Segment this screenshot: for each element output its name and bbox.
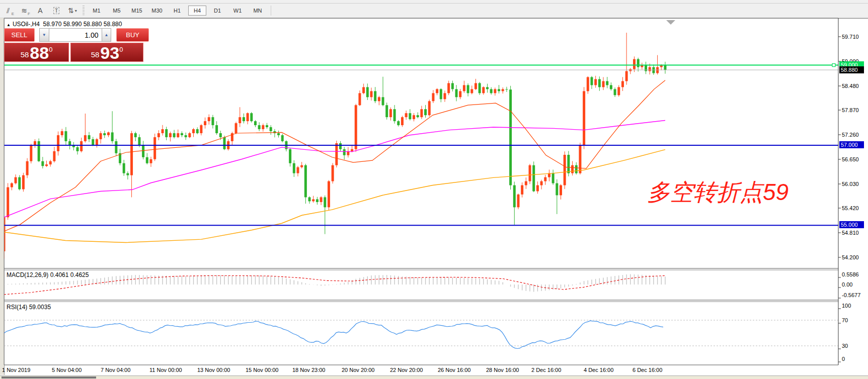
time-axis-label: 13 Nov 00:00 (197, 367, 230, 373)
time-axis-label: 11 Nov 00:00 (149, 367, 182, 373)
price-axis-tick: 58.480 (842, 83, 859, 89)
buy-button[interactable]: BUY (116, 28, 149, 42)
mt4-window: ⫽E≋FAT⇅▾ M1M5M15M30H1H4D1W1MN ▲USOil-,H4… (0, 0, 868, 379)
time-axis-label: 15 Nov 00:00 (246, 367, 278, 373)
one-click-trade-panel: SELL ▼ ▲ BUY 58 88 0 58 93 0 (4, 28, 149, 62)
rsi-axis-tick: 0 (842, 356, 845, 362)
chart-annotation-text: 多空转折点59 (647, 177, 788, 208)
macd-axis-tick: 0.00 (842, 281, 852, 288)
price-line-tag-57.000: 57.000 (839, 141, 864, 148)
price-axis-tick: 57.260 (842, 132, 859, 138)
chart-shift-marker-icon[interactable] (666, 20, 675, 25)
volume-input[interactable] (49, 28, 102, 42)
price-axis-tick: 54.200 (842, 254, 859, 260)
collapse-arrow-icon[interactable]: ▲ (7, 23, 11, 27)
time-axis-label: 2 Dec 16:00 (531, 367, 561, 373)
time-axis-label: 22 Nov 20:00 (390, 367, 423, 373)
sell-price-prefix: 58 (21, 50, 29, 59)
symbol-label: USOil-,H4 (13, 21, 40, 28)
sell-price-big: 88 (30, 45, 49, 60)
macd-axis-tick: 0.5586 (842, 271, 859, 277)
price-axis-tick: 54.810 (842, 230, 859, 236)
time-axis-label: 28 Nov 16:00 (486, 367, 519, 373)
time-axis-label: 5 Nov 04:00 (52, 367, 82, 373)
buy-price-prefix: 58 (91, 50, 100, 59)
price-axis-tick: 59.710 (842, 34, 859, 40)
rsi-indicator-label: RSI(14) 59.0035 (7, 304, 51, 311)
sell-price-display[interactable]: 58 88 0 (4, 43, 69, 62)
rsi-axis-tick: 30 (842, 343, 848, 349)
price-axis-tick: 56.650 (842, 156, 859, 162)
price-axis-tick: 56.030 (842, 181, 859, 187)
time-axis-label: 4 Dec 16:00 (584, 367, 613, 373)
green-line-handle[interactable] (832, 64, 835, 67)
rsi-axis-tick: 70 (842, 317, 848, 323)
sell-price-sup: 0 (49, 46, 52, 53)
chart-ohlc-header: ▲USOil-,H4 58.970 58.990 58.880 58.880 (7, 21, 122, 28)
price-line-tag-58.880: 58.880 (839, 66, 864, 73)
volume-increase-button[interactable]: ▲ (102, 28, 112, 42)
price-axis-tick: 55.420 (842, 205, 859, 211)
macd-indicator-label: MACD(12,26,9) 0.4061 0.4625 (7, 271, 89, 278)
ohlc-values: 58.970 58.990 58.880 58.880 (43, 21, 122, 28)
sell-button[interactable]: SELL (4, 28, 35, 42)
buy-price-big: 93 (100, 45, 119, 60)
time-axis-label: 7 Nov 04:00 (101, 367, 130, 373)
buy-price-sup: 0 (119, 46, 123, 53)
price-axis-tick: 57.870 (842, 107, 859, 113)
time-axis-label: 26 Nov 16:00 (438, 367, 470, 373)
time-axis-label: 6 Dec 16:00 (633, 367, 662, 373)
time-axis-label: 18 Nov 23:00 (292, 367, 325, 373)
volume-decrease-button[interactable]: ▼ (39, 28, 49, 42)
time-axis-label: 20 Nov 20:00 (342, 367, 374, 373)
buy-price-display[interactable]: 58 93 0 (70, 43, 143, 62)
macd-axis-tick: -0.5677 (842, 292, 860, 298)
rsi-axis-tick: 100 (842, 303, 851, 309)
price-line-tag-55.000: 55.000 (839, 221, 864, 228)
time-axis-label: 1 Nov 2019 (2, 367, 30, 373)
